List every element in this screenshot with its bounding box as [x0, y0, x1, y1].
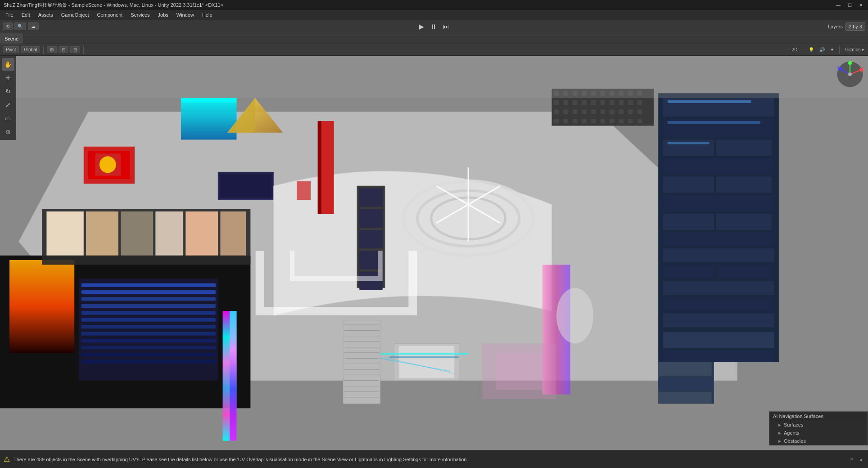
scene-tab[interactable]: Scene — [0, 33, 23, 44]
layers-dropdown[interactable]: 2 by 3 — [845, 22, 865, 31]
menu-jobs[interactable]: Jobs — [154, 11, 172, 18]
align-button[interactable]: ⊟ — [70, 46, 80, 53]
svg-point-79 — [556, 288, 593, 344]
svg-text:Z: Z — [837, 66, 839, 69]
svg-rect-10 — [81, 318, 216, 322]
warning-actions: ✕ ▴ — [848, 455, 864, 463]
nav-agents-item[interactable]: ▶ Agents — [769, 429, 868, 437]
close-button[interactable]: ✕ — [857, 3, 864, 8]
svg-rect-95 — [591, 100, 596, 105]
svg-rect-102 — [563, 109, 568, 114]
svg-rect-98 — [619, 100, 624, 105]
step-button[interactable]: ⏭ — [441, 22, 451, 31]
play-button[interactable]: ▶ — [417, 22, 426, 31]
nav-agents-label: Agents — [784, 430, 799, 436]
toolbar-history-button[interactable]: ⟲ — [3, 22, 13, 30]
svg-rect-77 — [668, 142, 710, 144]
scene-viewport[interactable]: X Y Z — [0, 56, 868, 450]
nav-obstacles-item[interactable]: ▶ Obstacles — [769, 437, 868, 445]
fx-button[interactable]: ✦ — [829, 47, 835, 53]
menu-help[interactable]: Help — [199, 11, 216, 18]
warning-clear-button[interactable]: ✕ — [848, 455, 855, 463]
nav-arrow-agents: ▶ — [778, 431, 781, 435]
svg-rect-115 — [591, 119, 596, 123]
transform-tool-button[interactable]: ⊕ — [2, 126, 14, 138]
nav-arrow-surfaces: ▶ — [778, 423, 781, 427]
svg-rect-110 — [637, 109, 642, 114]
rotate-tool-button[interactable]: ↻ — [2, 85, 14, 98]
svg-rect-125 — [343, 320, 380, 404]
svg-rect-70 — [663, 281, 774, 295]
svg-rect-105 — [591, 109, 596, 114]
svg-rect-116 — [601, 119, 605, 123]
global-button[interactable]: Global — [21, 46, 40, 53]
separator-3 — [803, 46, 803, 54]
menu-component[interactable]: Component — [93, 11, 126, 18]
svg-rect-108 — [619, 109, 624, 114]
svg-rect-99 — [628, 100, 633, 105]
svg-rect-69 — [716, 265, 772, 279]
svg-rect-60 — [663, 158, 774, 174]
svg-rect-22 — [121, 212, 153, 256]
lighting-button[interactable]: 💡 — [807, 47, 815, 53]
hand-tool-button[interactable]: ✋ — [2, 58, 14, 71]
pivot-button[interactable]: Pivot — [3, 46, 19, 53]
svg-rect-35 — [220, 175, 271, 198]
menu-gameobject[interactable]: GameObject — [58, 11, 93, 18]
svg-rect-140 — [0, 56, 868, 98]
menu-bar: File Edit Assets GameObject Component Se… — [0, 10, 868, 20]
svg-rect-27 — [181, 98, 237, 103]
orientation-gizmo[interactable]: X Y Z — [836, 61, 863, 88]
title-bar: ShuZiZhanTing科技展厅场景 - SampleScene - Wind… — [0, 0, 868, 10]
nav-panel-title: AI Navigation Surfaces — [773, 414, 823, 419]
svg-point-158 — [848, 72, 852, 76]
nav-panel: AI Navigation Surfaces ▶ Surfaces ▶ Agen… — [769, 411, 868, 446]
menu-edit[interactable]: Edit — [18, 11, 34, 18]
separator-1 — [43, 46, 44, 54]
svg-rect-121 — [375, 353, 468, 355]
3d-scene-content: X Y Z — [0, 56, 868, 450]
svg-rect-3 — [9, 260, 74, 353]
menu-assets[interactable]: Assets — [35, 11, 57, 18]
svg-rect-111 — [554, 119, 559, 123]
layers-label: Layers — [828, 24, 843, 29]
svg-rect-50 — [359, 230, 382, 248]
scene-svg — [0, 56, 868, 450]
scene-background: X Y Z — [0, 56, 868, 450]
svg-rect-59 — [716, 140, 772, 156]
gizmos-button[interactable]: Gizmos ▾ — [844, 47, 865, 53]
svg-rect-114 — [582, 119, 586, 123]
audio-button[interactable]: 🔊 — [818, 47, 826, 53]
nav-arrow-obstacles: ▶ — [778, 439, 781, 443]
maximize-button[interactable]: ☐ — [846, 3, 854, 8]
toolbar-search-button[interactable]: 🔍 — [14, 22, 26, 30]
rect-tool-button[interactable]: ▭ — [2, 112, 14, 125]
svg-rect-145 — [658, 378, 711, 390]
menu-file[interactable]: File — [2, 11, 17, 18]
window-controls[interactable]: — ☐ ✕ — [834, 3, 864, 8]
svg-rect-21 — [86, 212, 118, 256]
scene-top-right: 2D 💡 🔊 ✦ Gizmos ▾ — [791, 46, 865, 54]
scene-tab-label: Scene — [5, 36, 18, 41]
menu-window[interactable]: Window — [173, 11, 198, 18]
svg-rect-62 — [716, 177, 772, 193]
warning-text: There are 489 objects in the Scene with … — [14, 457, 468, 462]
nav-surfaces-label: Surfaces — [784, 422, 803, 428]
scene-tabbar: Scene — [0, 33, 868, 44]
pause-button[interactable]: ⏸ — [429, 22, 439, 31]
svg-rect-13 — [81, 339, 216, 342]
svg-rect-107 — [610, 109, 614, 114]
svg-rect-9 — [81, 311, 216, 315]
scale-tool-button[interactable]: ⤢ — [2, 99, 14, 111]
2d-button[interactable]: 2D — [791, 47, 799, 53]
snap-button[interactable]: ⊡ — [59, 46, 68, 53]
nav-surfaces-item[interactable]: ▶ Surfaces — [769, 421, 868, 429]
minimize-button[interactable]: — — [834, 3, 842, 8]
move-tool-button[interactable]: ✛ — [2, 72, 14, 84]
svg-rect-64 — [663, 214, 714, 230]
svg-rect-12 — [81, 332, 216, 336]
menu-services[interactable]: Services — [127, 11, 153, 18]
toolbar-cloud-button[interactable]: ☁ — [28, 22, 39, 30]
grid-button[interactable]: ⊞ — [47, 46, 57, 53]
warning-collapse-button[interactable]: ▴ — [858, 455, 864, 463]
